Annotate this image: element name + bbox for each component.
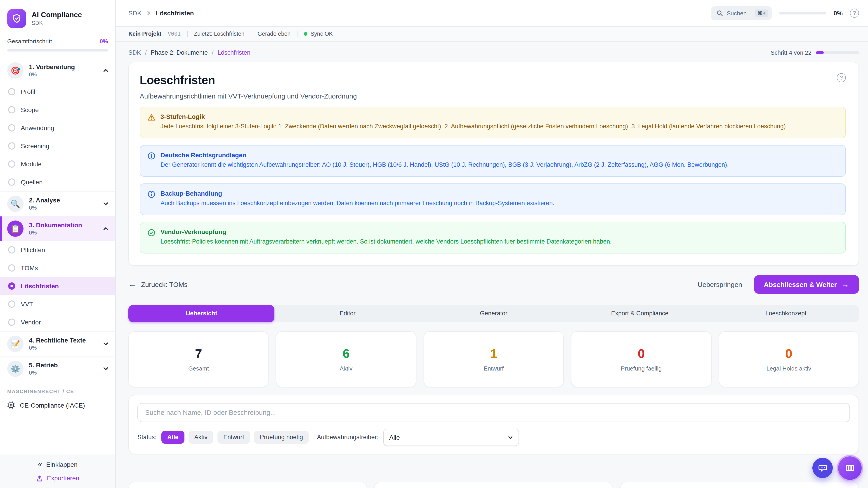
section-label: 1. Vorbereitung <box>29 63 75 71</box>
sidebar-item-label: Screening <box>21 142 49 150</box>
section-pct: 0% <box>29 345 86 351</box>
stat-label: Pruefung faellig <box>621 365 662 372</box>
radio-checked-icon <box>8 283 16 290</box>
chevron-down-icon <box>103 201 109 207</box>
overall-progress-label: Gesamtfortschritt <box>7 38 52 45</box>
sidebar-section-rechtliche-texte[interactable]: 📝 4. Rechtliche Texte 0% <box>0 332 115 356</box>
header-progress-value: 0% <box>834 9 843 17</box>
sync-ok-dot-icon <box>304 32 307 36</box>
divider <box>187 31 188 37</box>
stat-label: Entwurf <box>484 365 504 372</box>
driver-filter-label: Aufbewahrungstreiber: <box>317 434 378 441</box>
overall-progress: Gesamtfortschritt 0% <box>0 35 115 58</box>
stat-value: 0 <box>638 346 645 361</box>
sidebar-item-label: Quellen <box>21 178 43 186</box>
tab-export-compliance[interactable]: Export & Compliance <box>567 305 713 322</box>
help-icon[interactable]: ? <box>850 8 859 18</box>
crumb-phase[interactable]: Phase 2: Dokumente <box>151 49 208 56</box>
stat-label: Legal Holds aktiv <box>767 365 811 372</box>
sidebar-section-betrieb[interactable]: ⚙️ 5. Betrieb 0% <box>0 357 115 381</box>
status-pill-alle[interactable]: Alle <box>161 431 184 444</box>
app-window: AI Compliance SDK Gesamtfortschritt 0% 🎯… <box>0 0 868 488</box>
next-label: Abschliessen & Weiter <box>764 281 837 288</box>
overall-progress-bar <box>7 49 108 52</box>
tab-generator[interactable]: Generator <box>421 305 567 322</box>
columns-fab-button[interactable] <box>838 456 862 480</box>
notice-body: Loeschfrist-Policies koennen mit Auftrag… <box>160 237 612 247</box>
breadcrumb-root[interactable]: SDK <box>128 9 142 17</box>
view-tabs: Uebersicht Editor Generator Export & Com… <box>128 305 859 322</box>
radio-icon <box>8 264 16 271</box>
stat-pruefung-faellig: 0 Pruefung faellig <box>571 331 711 387</box>
page-title: Loeschfristen <box>140 73 357 87</box>
export-label: Exportieren <box>47 475 79 482</box>
export-button[interactable]: Exportieren <box>36 475 79 482</box>
stat-value: 1 <box>490 346 497 361</box>
skip-button[interactable]: Ueberspringen <box>698 281 742 288</box>
step-indicator: Schritt 4 von 22 <box>771 49 811 56</box>
main-area: SDK Löschfristen Suchen... ⌘K 0% ? Kein … <box>116 0 868 488</box>
arrow-left-icon: ← <box>128 280 136 288</box>
sidebar-item-loeschfristen[interactable]: Löschfristen <box>0 277 115 295</box>
section-pct: 0% <box>29 205 60 211</box>
notice-info-backup: Backup-Behandlung Auch Backups muessen i… <box>140 184 846 215</box>
policy-search-input[interactable] <box>137 403 850 422</box>
policy-card[interactable] <box>374 482 613 488</box>
sidebar-item-label: Scope <box>21 106 39 113</box>
chevron-up-icon <box>103 225 109 232</box>
sidebar-item-screening[interactable]: Screening <box>0 137 115 155</box>
global-search-button[interactable]: Suchen... ⌘K <box>711 6 772 20</box>
stat-aktiv: 6 Aktiv <box>276 331 416 387</box>
sidebar-item-ce-compliance[interactable]: CE-Compliance (IACE) <box>0 397 115 414</box>
tab-loeschkonzept[interactable]: Loeschkonzept <box>713 305 859 322</box>
finish-next-button[interactable]: Abschliessen & Weiter → <box>754 275 859 293</box>
sidebar-item-pflichten[interactable]: Pflichten <box>0 241 115 259</box>
filter-card: Status: Alle Aktiv Entwurf Pruefung noet… <box>128 395 859 454</box>
collapse-sidebar-button[interactable]: « Einklappen <box>38 460 78 468</box>
sidebar-item-toms[interactable]: TOMs <box>0 259 115 277</box>
sidebar-item-profil[interactable]: Profil <box>0 83 115 101</box>
sidebar-section-dokumentation[interactable]: 📋 3. Dokumentation 0% <box>0 217 115 241</box>
sidebar-item-label: VVT <box>21 300 33 308</box>
section-pct: 0% <box>29 230 82 236</box>
stat-gesamt: 7 Gesamt <box>128 331 269 387</box>
chevron-right-icon <box>146 10 151 16</box>
section-label: 3. Dokumentation <box>29 221 82 229</box>
status-pill-entwurf[interactable]: Entwurf <box>217 431 250 444</box>
back-button[interactable]: ← Zurueck: TOMs <box>128 280 188 288</box>
tab-editor[interactable]: Editor <box>274 305 421 322</box>
radio-icon <box>8 88 16 95</box>
sidebar-section-vorbereitung[interactable]: 🎯 1. Vorbereitung 0% <box>0 58 115 83</box>
policy-card[interactable] <box>128 482 367 488</box>
sidebar-item-vendor[interactable]: Vendor <box>0 313 115 331</box>
notice-title: Vendor-Verknuepfung <box>160 228 612 235</box>
stat-value: 0 <box>785 346 792 361</box>
policy-card[interactable] <box>620 482 859 488</box>
gear-icon: ⚙️ <box>7 361 24 377</box>
section-pct: 0% <box>29 369 58 376</box>
stats-row: 7 Gesamt 6 Aktiv 1 Entwurf 0 Pruefung fa… <box>128 331 859 387</box>
search-label: Suchen... <box>727 10 752 17</box>
version-tag: V001 <box>168 31 181 37</box>
sidebar-section-analyse[interactable]: 🔍 2. Analyse 0% <box>0 192 115 216</box>
app-subtitle: SDK <box>32 20 82 26</box>
stat-value: 7 <box>195 346 202 361</box>
crumb-sdk[interactable]: SDK <box>128 49 141 56</box>
app-brand: AI Compliance SDK <box>0 0 115 35</box>
driver-select[interactable]: Alle <box>383 429 519 446</box>
tab-uebersicht[interactable]: Uebersicht <box>128 305 274 322</box>
chat-bubble-icon <box>817 463 828 473</box>
chat-fab-button[interactable] <box>812 458 833 478</box>
status-pill-aktiv[interactable]: Aktiv <box>188 431 214 444</box>
driver-select-value: Alle <box>389 433 400 441</box>
sidebar-item-quellen[interactable]: Quellen <box>0 173 115 191</box>
divider <box>297 31 297 37</box>
collapse-label: Einklappen <box>46 461 78 468</box>
memo-icon: 📝 <box>7 336 24 352</box>
sidebar-item-module[interactable]: Module <box>0 155 115 173</box>
sidebar-item-anwendung[interactable]: Anwendung <box>0 119 115 137</box>
card-help-icon[interactable]: ? <box>837 73 846 82</box>
sidebar-item-scope[interactable]: Scope <box>0 101 115 119</box>
sidebar-item-vvt[interactable]: VVT <box>0 295 115 313</box>
status-pill-pruefung-noetig[interactable]: Pruefung noetig <box>254 431 309 444</box>
